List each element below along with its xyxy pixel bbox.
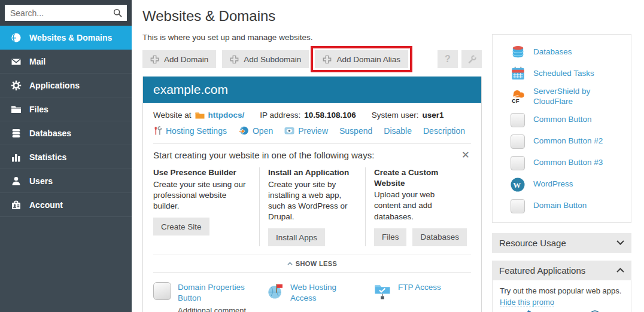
promo-col-presence-builder: Use Presence Builder Create your site us… [153,167,259,246]
show-less-toggle[interactable]: SHOW LESS [153,255,471,273]
sidebar-item-label: Account [29,200,63,210]
sidebar-item-applications[interactable]: Applications [0,74,132,97]
promo-col-title: Install an Application [268,167,357,178]
sidebar-item-mail[interactable]: Mail [0,50,132,74]
close-icon[interactable]: ✕ [460,150,471,160]
wrench-icon [467,54,477,65]
promo-heading: Start creating your website in one of th… [153,150,374,160]
files-button[interactable]: Files [374,228,407,246]
plus-icon [323,55,332,64]
plus-icon [230,55,239,64]
shortcut-wordpress[interactable]: W WordPress [493,174,631,195]
shortcut-databases[interactable]: Databases [493,41,631,63]
tools-icon [153,126,162,136]
mail-icon [10,56,22,67]
add-domain-alias-button[interactable]: Add Domain Alias [315,50,408,68]
sidebar-item-statistics[interactable]: Statistics [0,145,132,169]
featured-applications-header[interactable]: Featured Applications [492,261,631,280]
sidebar-item-label: Websites & Domains [29,33,112,42]
plus-icon [150,55,159,64]
promo-col-title: Use Presence Builder [153,167,251,178]
hide-promo-link[interactable]: Hide this promo [500,298,554,307]
httpdocs-link[interactable]: httpdocs/ [208,111,245,120]
promo-col-title: Create a Custom Website [374,167,463,188]
ip-value: 10.58.108.106 [304,111,356,120]
id-card-icon [10,200,22,210]
featured-text: Try out the most popular web apps. [500,286,624,295]
shortcut-scheduled-tasks[interactable]: Scheduled Tasks [493,63,631,84]
chevron-down-icon [616,240,624,245]
promo-col-install-application: Install an Application Create your site … [259,167,365,246]
shortcut-domain-button[interactable]: Domain Button [493,195,631,217]
promo-col-custom-website: Create a Custom Website Upload your web … [365,167,471,246]
resource-usage-header[interactable]: Resource Usage [492,233,631,253]
highlight-box: Add Domain Alias [315,50,408,68]
domain-properties-tool: Domain Properties Button Additional comm… [153,282,259,312]
open-link[interactable]: Open [238,126,273,136]
toolbar: Add Domain Add Subdomain Add Domain Alia… [142,50,482,68]
system-user-group: System user: user1 [372,111,444,120]
page-subtitle: This is where you set up and manage webs… [142,33,482,42]
suspend-link[interactable]: Suspend [339,126,372,136]
ftp-folder-icon [373,282,391,299]
databases-button[interactable]: Databases [412,228,467,246]
install-apps-button[interactable]: Install Apps [268,228,325,246]
sidebar-item-label: Files [29,105,48,114]
cloudflare-icon: CF [509,88,526,105]
ftp-access-tool: FTP Access [365,282,471,312]
description-link[interactable]: Description [423,126,465,136]
shortcut-label: Common Button [533,115,592,125]
sidebar-item-label: Mail [29,57,45,66]
ftp-access-link[interactable]: FTP Access [398,282,441,293]
sidebar-item-users[interactable]: Users [0,169,132,193]
sidebar-item-account[interactable]: Account [0,193,132,217]
promo-col-text: Create your site by installing a web app… [268,179,357,223]
calendar-icon [509,65,526,82]
sidebar-item-label: Users [29,176,53,186]
shortcut-label: ServerShield by CloudFlare [533,87,625,107]
preview-eye-icon [284,126,294,135]
shortcut-common-button[interactable]: Common Button [493,109,631,131]
generic-button-icon [509,198,526,215]
sidebar-item-label: Statistics [29,152,66,162]
add-subdomain-button[interactable]: Add Subdomain [222,50,309,68]
gear-icon [10,80,22,91]
globe-icon [10,32,22,43]
shortcut-common-button-2[interactable]: Common Button #2 [493,131,631,152]
settings-button[interactable] [461,50,482,68]
shortcut-label: Databases [533,47,572,57]
chevron-up-icon [287,262,293,265]
bar-chart-icon [10,152,22,163]
ip-group: IP address: 10.58.108.106 [260,111,356,120]
sidebar-item-websites-domains[interactable]: Websites & Domains [0,26,132,50]
domain-properties-link[interactable]: Domain Properties Button [178,282,251,303]
globe-flag-icon [268,282,284,300]
search-input[interactable] [5,5,127,21]
domain-tools-row: Domain Properties Button Additional comm… [153,282,471,312]
add-domain-button[interactable]: Add Domain [142,50,216,68]
hosting-settings-link[interactable]: Hosting Settings [153,126,227,136]
sidebar-item-databases[interactable]: Databases [0,121,132,145]
domain-info-row: Website at httpdocs/ IP address: 10.58.1… [153,111,471,120]
preview-link[interactable]: Preview [284,126,328,136]
create-site-button[interactable]: Create Site [153,218,209,235]
featured-app-logos [500,307,624,312]
sidebar: Websites & Domains Mail [0,0,132,312]
search-icon[interactable] [113,8,122,17]
promo-col-text: Create your site using our professional … [153,179,251,212]
chevron-up-icon [616,268,624,273]
sidebar-item-label: Databases [29,129,71,138]
featured-applications-body: Try out the most popular web apps. Hide … [492,280,631,312]
sidebar-item-files[interactable]: Files [0,97,132,121]
shortcut-servershield[interactable]: CF ServerShield by CloudFlare [493,84,631,109]
shortcut-label: Domain Button [533,201,587,211]
generic-button-icon [509,112,526,129]
shortcut-common-button-3[interactable]: Common Button #3 [493,152,631,174]
main-content: Websites & Domains This is where you set… [142,0,482,312]
database-icon [10,128,22,139]
wordpress-logo-icon [583,310,607,312]
web-hosting-access-link[interactable]: Web Hosting Access [290,282,357,303]
sidebar-nav: Websites & Domains Mail [0,26,132,217]
help-button[interactable]: ? [438,50,458,68]
disable-link[interactable]: Disable [384,126,412,136]
